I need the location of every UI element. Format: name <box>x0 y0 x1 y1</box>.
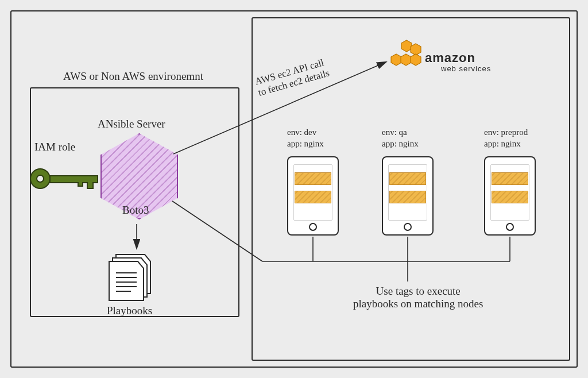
instance-2-env: env: preprod <box>484 128 528 137</box>
iam-role-label: IAM role <box>34 141 75 153</box>
left-caption: AWS or Non AWS environemnt <box>63 70 203 83</box>
aws-subline-text: web services <box>441 64 491 73</box>
ansible-server-label: ANsible Server <box>98 118 165 130</box>
aws-brand-text: amazon <box>425 51 475 65</box>
tags-caption: Use tags to execute playbooks on matchin… <box>353 285 483 310</box>
boto3-label: Boto3 <box>122 204 149 217</box>
instance-1-env: env: qa <box>382 128 407 137</box>
ec2-instance-icon <box>287 156 339 236</box>
diagram-canvas: AWS or Non AWS environemnt ANsible Serve… <box>0 0 588 378</box>
aws-logo-icon <box>390 39 425 73</box>
ec2-instance-icon <box>382 156 434 236</box>
instance-1-app: app: nginx <box>382 139 419 149</box>
instance-0-app: app: nginx <box>287 139 324 149</box>
ec2-instance-icon <box>484 156 536 236</box>
playbooks-icon <box>103 250 155 304</box>
key-icon <box>29 164 103 195</box>
instance-2-app: app: nginx <box>484 139 521 149</box>
playbooks-label: Playbooks <box>107 304 152 317</box>
instance-0-env: env: dev <box>287 128 316 137</box>
svg-point-1 <box>37 175 44 182</box>
